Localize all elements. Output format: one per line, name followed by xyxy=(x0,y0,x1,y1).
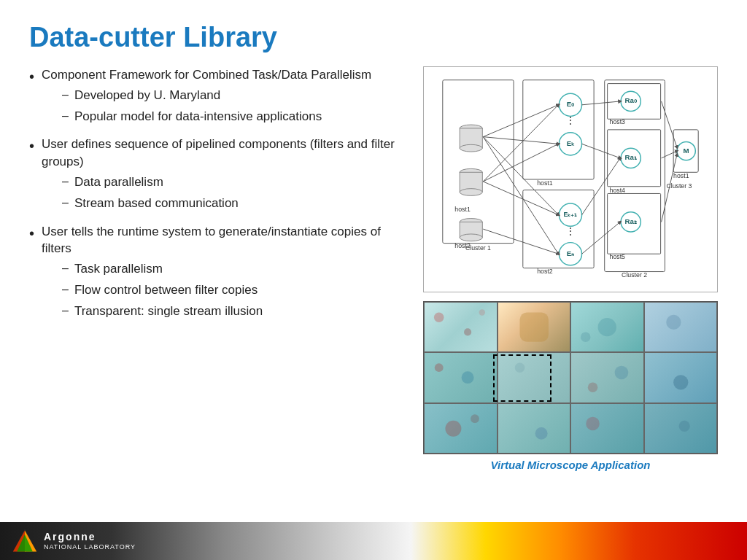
grid-cell-11 xyxy=(570,403,644,454)
grid-cell-12 xyxy=(644,403,718,454)
sub-bullet-2-2: – Stream based communication xyxy=(62,195,409,212)
svg-point-62 xyxy=(464,328,471,335)
svg-text:⋮: ⋮ xyxy=(565,226,576,237)
svg-text:host2: host2 xyxy=(537,268,553,275)
svg-point-67 xyxy=(666,315,681,330)
svg-point-74 xyxy=(445,420,461,436)
bullet-3-text: User tells the runtime system to generat… xyxy=(42,223,409,324)
svg-point-4 xyxy=(460,144,482,152)
svg-point-73 xyxy=(673,376,688,390)
svg-point-65 xyxy=(598,318,616,336)
svg-rect-64 xyxy=(519,312,548,341)
grid-cell-8 xyxy=(644,352,718,402)
svg-text:M: M xyxy=(684,147,689,155)
slide-title: Data-cutter Library xyxy=(29,22,718,53)
svg-text:⋮: ⋮ xyxy=(565,115,576,126)
bullet-3: • User tells the runtime system to gener… xyxy=(29,223,409,324)
sub-bullets-3: – Task parallelism – Flow control betwee… xyxy=(62,260,409,319)
svg-rect-20 xyxy=(523,190,594,268)
svg-point-66 xyxy=(581,332,590,341)
svg-point-70 xyxy=(514,363,524,373)
argonne-subtitle: NATIONAL LABORATORY xyxy=(44,543,136,552)
sub-bullets-2: – Data parallelism – Stream based commun… xyxy=(62,174,409,212)
architecture-diagram: Cluster 1 host1 host2 xyxy=(423,66,718,292)
svg-text:host1: host1 xyxy=(454,206,471,213)
argonne-text-block: Argonne NATIONAL LABORATORY xyxy=(44,530,136,552)
svg-text:host3: host3 xyxy=(610,118,626,125)
svg-text:Eₙ: Eₙ xyxy=(567,249,574,257)
svg-text:Eₖ₊₁: Eₖ₊₁ xyxy=(564,211,578,218)
argonne-logo: Argonne NATIONAL LABORATORY xyxy=(12,528,136,554)
bullet-2-text: User defines sequence of pipelined compo… xyxy=(42,136,409,215)
grid-cell-2 xyxy=(498,302,571,352)
footer-bar: Argonne NATIONAL LABORATORY xyxy=(0,522,747,560)
grid-cell-7 xyxy=(570,352,644,402)
svg-text:host4: host4 xyxy=(610,187,626,194)
sub-bullet-2-1: – Data parallelism xyxy=(62,174,409,191)
sub-bullet-1-2: – Popular model for data-intensive appli… xyxy=(62,108,409,125)
grid-cell-3 xyxy=(570,302,644,352)
svg-text:host1: host1 xyxy=(537,179,553,187)
svg-text:Ra₀: Ra₀ xyxy=(625,96,638,104)
image-caption: Virtual Microscope Application xyxy=(423,459,718,471)
grid-cell-9 xyxy=(424,403,498,454)
svg-point-78 xyxy=(678,420,689,431)
sub-bullet-3-2: – Flow control between filter copies xyxy=(62,281,409,299)
svg-point-76 xyxy=(535,427,547,440)
svg-point-61 xyxy=(434,312,444,322)
bullet-dot-2: • xyxy=(29,136,34,156)
svg-point-72 xyxy=(588,383,597,392)
svg-text:host5: host5 xyxy=(610,253,626,260)
svg-point-68 xyxy=(462,372,474,384)
microscope-grid xyxy=(423,301,718,454)
svg-text:Eₖ: Eₖ xyxy=(567,139,575,147)
svg-point-63 xyxy=(479,309,485,315)
svg-text:host1: host1 xyxy=(673,172,689,179)
sub-bullets-1: – Developed by U. Maryland – Popular mod… xyxy=(62,87,409,125)
svg-text:host2: host2 xyxy=(454,242,471,249)
grid-cell-1 xyxy=(424,302,498,352)
svg-point-69 xyxy=(435,364,444,373)
bullet-2: • User defines sequence of pipelined com… xyxy=(29,136,409,215)
slide: Data-cutter Library • Component Framewor… xyxy=(0,0,747,560)
grid-cell-4 xyxy=(644,302,718,352)
svg-point-75 xyxy=(471,414,479,423)
bullet-1: • Component Framework for Combined Task/… xyxy=(29,66,409,128)
argonne-name: Argonne xyxy=(44,530,136,543)
microscope-image-container: Virtual Microscope Application xyxy=(423,301,718,495)
svg-text:Cluster 2: Cluster 2 xyxy=(622,271,647,279)
sub-bullet-1-1: – Developed by U. Maryland xyxy=(62,87,409,104)
bullet-1-text: Component Framework for Combined Task/Da… xyxy=(42,66,409,128)
svg-point-77 xyxy=(586,416,600,430)
sub-bullet-3-3: – Transparent: single stream illusion xyxy=(62,303,409,320)
grid-cell-5 xyxy=(424,352,498,402)
sub-bullet-3-1: – Task parallelism xyxy=(62,260,409,278)
content-area: • Component Framework for Combined Task/… xyxy=(29,66,718,495)
svg-point-7 xyxy=(460,189,482,196)
svg-point-11 xyxy=(460,234,482,241)
svg-point-71 xyxy=(615,366,629,380)
svg-text:Ra₁: Ra₁ xyxy=(625,153,637,161)
grid-cell-10 xyxy=(498,403,571,454)
bullet-dot-1: • xyxy=(29,66,34,87)
bullet-dot-3: • xyxy=(29,223,34,244)
left-column: • Component Framework for Combined Task/… xyxy=(29,66,409,495)
right-column: Cluster 1 host1 host2 xyxy=(423,66,718,495)
svg-text:Ra₂: Ra₂ xyxy=(625,217,637,225)
grid-cell-6 xyxy=(498,352,571,402)
svg-text:E₀: E₀ xyxy=(567,100,575,108)
argonne-logo-icon xyxy=(12,528,38,554)
